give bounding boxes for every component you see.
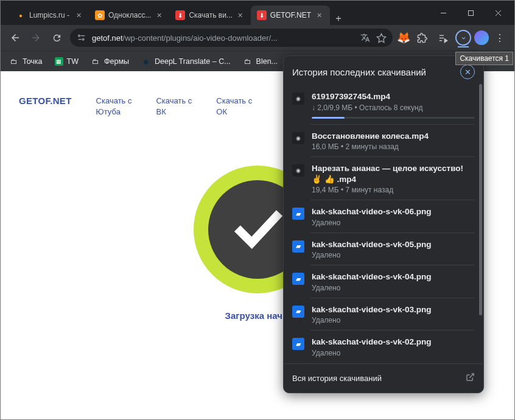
profile-avatar[interactable]: [474, 30, 489, 45]
download-item[interactable]: ◉ 6191973927454.mp4 ↓ 2,0/9,9 МБ • Остал…: [284, 85, 483, 125]
site-title[interactable]: GETOF.NET: [19, 96, 72, 106]
nav-vk[interactable]: Скачать с ВК: [156, 96, 192, 117]
open-external-icon[interactable]: [466, 373, 475, 384]
favicon-dl: ⬇: [175, 10, 185, 20]
bookmark-label: DeepL Translate – С...: [155, 57, 231, 66]
bookmark-tw[interactable]: ▦ TW: [50, 55, 83, 68]
nav-ok[interactable]: Скачать с ОК: [216, 96, 252, 117]
download-item[interactable]: ◉ Нарезать ананас — целое искусство! ✌ 👍…: [284, 157, 483, 200]
folder-icon: 🗀: [91, 57, 100, 66]
download-name: kak-skachat-video-s-vk-02.png: [312, 337, 475, 348]
tab-lumpics[interactable]: ● Lumpics.ru - ✕: [10, 5, 89, 25]
sheets-icon: ▦: [55, 57, 63, 66]
reload-button[interactable]: [47, 28, 66, 47]
image-file-icon: ▰: [292, 306, 304, 318]
media-icon[interactable]: [433, 28, 452, 47]
favicon-lumpics: ●: [16, 10, 26, 20]
tab-odnoklassniki[interactable]: ✿ Однокласс... ✕: [89, 5, 169, 25]
close-window-button[interactable]: [485, 4, 512, 22]
download-item[interactable]: ▰ kak-skachat-video-s-vk-03.png Удалено: [284, 298, 483, 331]
bookmark-blen[interactable]: 🗀 Blen...: [238, 54, 282, 69]
tab-title: Однокласс...: [108, 11, 151, 19]
minimize-button[interactable]: [430, 4, 457, 22]
tab-title: GETOF.NET: [270, 11, 312, 19]
download-item[interactable]: ▰ kak-skachat-video-s-vk-05.png Удалено: [284, 233, 483, 266]
nav-youtube[interactable]: Скачать с Ютуба: [96, 96, 132, 117]
toolbar: getof.net/wp-content/plugins/aio-video-d…: [1, 25, 514, 51]
downloads-tooltip: Скачивается 1: [455, 52, 513, 65]
window-controls: [430, 1, 514, 25]
download-name: kak-skachat-video-s-vk-05.png: [312, 239, 475, 250]
downloads-footer[interactable]: Вся история скачиваний: [284, 363, 483, 393]
close-icon[interactable]: ✕: [236, 11, 245, 19]
deepl-icon: ◆: [141, 57, 151, 66]
svg-point-4: [79, 35, 80, 37]
download-name: Нарезать ананас — целое искусство! ✌ 👍 .…: [312, 163, 475, 184]
image-file-icon: ▰: [292, 273, 304, 285]
favicon-ok: ✿: [95, 10, 105, 20]
image-file-icon: ▰: [292, 338, 304, 350]
download-name: kak-skachat-video-s-vk-06.png: [312, 206, 475, 217]
extensions-icon[interactable]: [412, 28, 432, 47]
site-settings-icon[interactable]: [76, 32, 87, 43]
loading-text: Загрузка нач...: [225, 310, 290, 321]
downloads-button[interactable]: [454, 28, 473, 47]
close-icon[interactable]: ✕: [74, 11, 83, 19]
bookmark-tochka[interactable]: 🗀 Точка: [4, 54, 47, 69]
bookmark-label: Blen...: [256, 57, 278, 66]
video-file-icon: ◉: [292, 164, 304, 177]
svg-point-6: [82, 38, 84, 40]
scrollbar[interactable]: [479, 84, 482, 362]
maximize-button[interactable]: [457, 4, 485, 22]
close-icon[interactable]: ✕: [315, 11, 324, 19]
bookmark-label: TW: [67, 57, 79, 66]
downloads-footer-text: Вся история скачиваний: [292, 374, 382, 383]
download-meta: 16,0 МБ • 2 минуты назад: [312, 142, 475, 151]
tabs: ● Lumpics.ru - ✕ ✿ Однокласс... ✕ ⬇ Скач…: [1, 1, 430, 25]
download-meta: Удалено: [312, 251, 475, 259]
translate-icon[interactable]: [360, 32, 371, 43]
download-item[interactable]: ▰ kak-skachat-video-s-vk-02.png Удалено: [284, 331, 483, 363]
tab-title: Скачать ви...: [189, 11, 232, 19]
bookmark-label: Точка: [23, 57, 43, 66]
tab-download-video[interactable]: ⬇ Скачать ви... ✕: [169, 5, 250, 25]
bookmark-fermy[interactable]: 🗀 Фермы: [86, 54, 134, 69]
video-file-icon: ◉: [292, 93, 304, 105]
menu-button[interactable]: ⋮: [490, 28, 510, 47]
folder-icon: 🗀: [9, 57, 19, 66]
titlebar: ● Lumpics.ru - ✕ ✿ Однокласс... ✕ ⬇ Скач…: [1, 1, 514, 25]
download-meta: Удалено: [312, 284, 475, 292]
video-file-icon: ◉: [292, 132, 304, 144]
bookmark-deepl[interactable]: ◆ DeepL Translate – С...: [136, 54, 236, 69]
close-popup-button[interactable]: ✕: [460, 65, 475, 79]
svg-rect-1: [469, 10, 474, 15]
downloads-popup: История последних скачиваний ✕ ◉ 6191973…: [283, 55, 484, 393]
download-meta: ↓ 2,0/9,9 МБ • Осталось 8 секунд: [312, 103, 475, 112]
tab-title: Lumpics.ru -: [29, 11, 71, 19]
download-item[interactable]: ◉ Восстановление колеса.mp4 16,0 МБ • 2 …: [284, 125, 483, 158]
metamask-icon[interactable]: 🦊: [396, 30, 411, 45]
downloads-title: История последних скачиваний: [292, 67, 426, 77]
download-name: kak-skachat-video-s-vk-04.png: [312, 271, 475, 282]
download-meta: 19,4 МБ • 7 минут назад: [312, 186, 475, 194]
download-meta: Удалено: [312, 316, 475, 324]
close-icon[interactable]: ✕: [155, 11, 163, 19]
download-name: kak-skachat-video-s-vk-03.png: [312, 304, 475, 315]
svg-line-12: [469, 374, 474, 378]
address-bar[interactable]: getof.net/wp-content/plugins/aio-video-d…: [70, 29, 393, 47]
tab-getof[interactable]: ⬇ GETOF.NET ✕: [251, 5, 330, 25]
download-meta: Удалено: [312, 219, 475, 227]
back-button[interactable]: [5, 28, 25, 47]
svg-marker-11: [444, 38, 447, 42]
new-tab-button[interactable]: ＋: [330, 12, 347, 25]
forward-button[interactable]: [26, 28, 46, 47]
download-name: Восстановление колеса.mp4: [312, 131, 475, 142]
image-file-icon: ▰: [292, 240, 304, 253]
folder-icon: 🗀: [243, 57, 253, 66]
download-item[interactable]: ▰ kak-skachat-video-s-vk-04.png Удалено: [284, 265, 483, 298]
favicon-getof: ⬇: [257, 10, 267, 20]
download-meta: Удалено: [312, 349, 475, 357]
bookmark-label: Фермы: [104, 57, 129, 66]
bookmark-icon[interactable]: [376, 32, 387, 43]
download-item[interactable]: ▰ kak-skachat-video-s-vk-06.png Удалено: [284, 200, 483, 233]
